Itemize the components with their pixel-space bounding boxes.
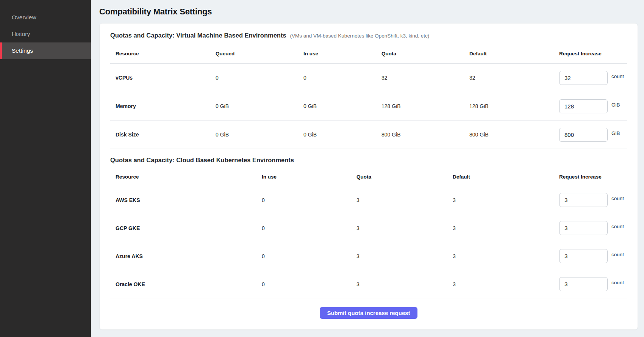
in-use-cell: 0 GiB [303, 103, 381, 109]
unit-label: count [611, 196, 624, 201]
default-cell: 32 [469, 75, 559, 81]
in-use-cell: 0 GiB [303, 132, 381, 138]
oracle-oke-request-input[interactable] [559, 277, 608, 291]
submit-button-area: Submit quota increase request [110, 298, 627, 327]
table-row-azure-aks: Azure AKS 0 3 3 count [110, 242, 627, 270]
vm-section-subtitle: (VMs and VM-based Kubernetes like OpenSh… [290, 33, 430, 39]
column-header-in-use: In use [262, 174, 356, 180]
request-increase-cell: count [559, 221, 627, 235]
column-header-request-increase: Request Increase [559, 51, 627, 56]
quota-cell: 3 [356, 253, 453, 259]
column-header-queued: Queued [216, 51, 303, 56]
k8s-table-header: Resource In use Quota Default Request In… [110, 165, 627, 186]
resource-cell: Disk Size [110, 132, 216, 138]
column-header-resource: Resource [110, 51, 216, 56]
memory-request-input[interactable] [559, 99, 608, 113]
vm-section-title: Quotas and Capacity: Virtual Machine Bas… [110, 32, 286, 39]
in-use-cell: 0 [303, 75, 381, 81]
resource-cell: Oracle OKE [110, 281, 262, 287]
disk-size-request-input[interactable] [559, 128, 608, 142]
default-cell: 800 GiB [469, 132, 559, 138]
request-increase-cell: GiB [559, 99, 627, 113]
request-increase-cell: count [559, 71, 627, 85]
in-use-cell: 0 [262, 197, 356, 203]
unit-label: count [611, 280, 624, 285]
resource-cell: Memory [110, 103, 216, 109]
k8s-section-header: Quotas and Capacity: Cloud Based Kuberne… [110, 157, 627, 165]
default-cell: 128 GiB [469, 103, 559, 109]
table-row-gcp-gke: GCP GKE 0 3 3 count [110, 214, 627, 242]
request-increase-cell: count [559, 193, 627, 207]
request-increase-cell: count [559, 249, 627, 263]
column-header-in-use: In use [303, 51, 381, 56]
in-use-cell: 0 [262, 281, 356, 287]
sidebar: Overview History Settings [0, 0, 91, 337]
table-row-oracle-oke: Oracle OKE 0 3 3 count [110, 270, 627, 298]
vm-section-header: Quotas and Capacity: Virtual Machine Bas… [110, 32, 627, 40]
default-cell: 3 [453, 197, 559, 203]
column-header-request-increase: Request Increase [559, 174, 627, 180]
quota-cell: 32 [381, 75, 469, 81]
default-cell: 3 [453, 225, 559, 231]
in-use-cell: 0 [262, 225, 356, 231]
queued-cell: 0 [216, 75, 303, 81]
in-use-cell: 0 [262, 253, 356, 259]
vcpus-request-input[interactable] [559, 71, 608, 85]
quota-cell: 3 [356, 225, 453, 231]
table-row-aws-eks: AWS EKS 0 3 3 count [110, 186, 627, 214]
vm-table-header: Resource Queued In use Quota Default Req… [110, 40, 627, 64]
unit-label: GiB [611, 130, 620, 136]
quota-cell: 3 [356, 197, 453, 203]
default-cell: 3 [453, 253, 559, 259]
unit-label: count [611, 74, 624, 79]
table-row-disk-size: Disk Size 0 GiB 0 GiB 800 GiB 800 GiB Gi… [110, 121, 627, 149]
sidebar-item-settings[interactable]: Settings [0, 42, 91, 59]
main-content: Compatibility Matrix Settings Quotas and… [91, 0, 644, 337]
column-header-quota: Quota [381, 51, 469, 56]
aws-eks-request-input[interactable] [559, 193, 608, 207]
queued-cell: 0 GiB [216, 103, 303, 109]
resource-cell: Azure AKS [110, 253, 262, 259]
column-header-default: Default [469, 51, 559, 56]
unit-label: GiB [611, 102, 620, 108]
k8s-section-title: Quotas and Capacity: Cloud Based Kuberne… [110, 157, 294, 164]
queued-cell: 0 GiB [216, 132, 303, 138]
gcp-gke-request-input[interactable] [559, 221, 608, 235]
request-increase-cell: count [559, 277, 627, 291]
sidebar-item-overview[interactable]: Overview [0, 9, 91, 26]
sidebar-item-history[interactable]: History [0, 26, 91, 42]
azure-aks-request-input[interactable] [559, 249, 608, 263]
quota-cell: 800 GiB [381, 132, 469, 138]
default-cell: 3 [453, 281, 559, 287]
column-header-default: Default [453, 174, 559, 180]
column-header-resource: Resource [110, 174, 262, 180]
quota-cell: 3 [356, 281, 453, 287]
table-row-vcpus: vCPUs 0 0 32 32 count [110, 64, 627, 92]
resource-cell: AWS EKS [110, 197, 262, 203]
resource-cell: GCP GKE [110, 225, 262, 231]
quota-settings-card: Quotas and Capacity: Virtual Machine Bas… [99, 23, 638, 330]
page-title: Compatibility Matrix Settings [99, 7, 638, 17]
table-row-memory: Memory 0 GiB 0 GiB 128 GiB 128 GiB GiB [110, 92, 627, 121]
unit-label: count [611, 224, 624, 229]
request-increase-cell: GiB [559, 128, 627, 142]
column-header-quota: Quota [356, 174, 453, 180]
unit-label: count [611, 252, 624, 257]
submit-quota-increase-button[interactable]: Submit quota increase request [320, 307, 417, 319]
quota-cell: 128 GiB [381, 103, 469, 109]
resource-cell: vCPUs [110, 75, 216, 81]
